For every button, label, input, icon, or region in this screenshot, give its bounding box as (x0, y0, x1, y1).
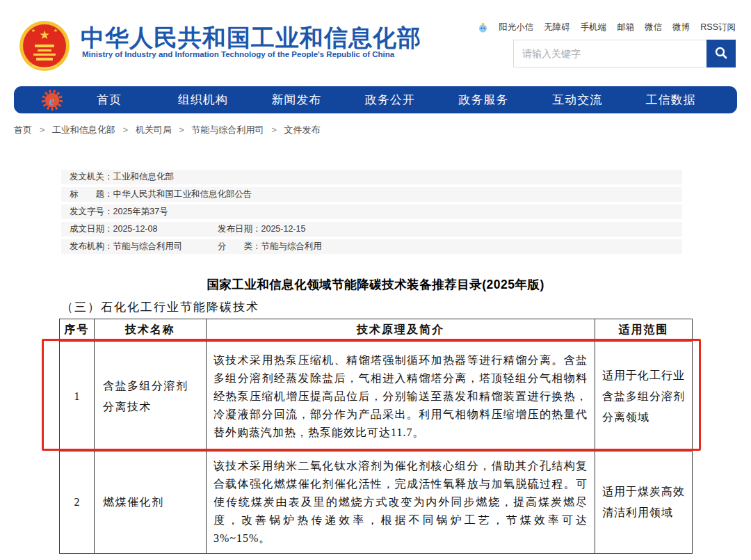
nav-item-news[interactable]: 新闻发布 (250, 92, 344, 108)
table-header-row: 序号 技术名称 技术原理及简介 适用范围 (60, 319, 693, 342)
svg-text:★: ★ (31, 28, 35, 33)
meta-row-document-number: 发文字号：2025年第37号 (61, 205, 682, 219)
breadcrumb-miit[interactable]: 工业和信息化部 (52, 125, 115, 135)
cell-principle: 该技术采用纳米二氧化钛水溶剂为催化剂核心组分，借助其介孔结构复合载体强化燃煤催化… (207, 451, 595, 554)
cell-tech-name: 含盐多组分溶剂分离技术 (95, 342, 207, 451)
cell-scope: 适用于化工行业含盐多组分溶剂分离领域 (595, 342, 693, 451)
svg-text:★: ★ (54, 28, 58, 33)
search-button[interactable] (706, 40, 736, 67)
main-navbar: e 首页 组织机构 新闻发布 政务公开 政务服务 互动交流 工信数据 (14, 86, 737, 113)
meta-value: 中华人民共和国工业和信息化部公告 (113, 189, 252, 199)
quick-link-mail[interactable]: 邮箱 (617, 22, 634, 33)
cell-principle: 该技术采用热泵压缩机、精馏塔强制循环加热器等进行精馏分离。含盐多组分溶剂经蒸发除… (207, 342, 595, 451)
nav-items: 首页 组织机构 新闻发布 政务公开 政务服务 互动交流 工信数据 (63, 92, 718, 108)
nav-item-gov-disclosure[interactable]: 政务公开 (344, 92, 437, 108)
miit-gear-logo-icon[interactable]: e (42, 90, 63, 111)
meta-row-dates: 成文日期：2025-12-08 发布日期：2025-12-15 (61, 222, 682, 237)
meta-value: 2025年第37号 (113, 207, 168, 216)
table-row-salt-solvent-separation: 1 含盐多组分溶剂分离技术 该技术采用热泵压缩机、精馏塔强制循环加热器等进行精馏… (60, 342, 693, 451)
meta-label: 成文日期： (70, 224, 113, 234)
meta-label: 发布机构： (70, 241, 113, 251)
meta-value: 2025-12-15 (261, 224, 306, 234)
meta-label: 发文机关： (70, 172, 113, 182)
meta-value: 节能与综合利用司 (113, 241, 183, 251)
meta-row-publisher-category: 发布机构：节能与综合利用司 分 类：节能与综合利用 (61, 239, 682, 254)
nav-item-gov-services[interactable]: 政务服务 (437, 92, 531, 108)
meta-label: 标 题： (70, 189, 113, 199)
cell-serial: 2 (60, 451, 95, 554)
breadcrumb-energy-dept[interactable]: 节能与综合利用司 (192, 125, 264, 135)
meta-label: 发布日期： (218, 224, 261, 234)
nav-item-miit-data[interactable]: 工信数据 (624, 92, 718, 108)
section-heading: （三）石化化工行业节能降碳技术 (61, 299, 259, 315)
nav-item-home[interactable]: 首页 (63, 92, 156, 108)
quick-link-accessibility[interactable]: 无障碍 (544, 22, 570, 33)
meta-label: 分 类： (218, 241, 261, 251)
search-input[interactable] (514, 40, 706, 67)
meta-value: 节能与综合利用 (261, 241, 323, 251)
svg-text:★: ★ (39, 29, 49, 42)
meta-label: 发文字号： (70, 207, 113, 216)
nav-item-interaction[interactable]: 互动交流 (531, 92, 624, 108)
meta-field-publish-date: 发布日期：2025-12-15 (218, 222, 305, 237)
nav-item-organization[interactable]: 组织机构 (156, 92, 250, 108)
national-emblem-icon: ★ ★ ★ (17, 19, 72, 72)
meta-value: 工业和信息化部 (113, 172, 175, 182)
quick-links-bar: 阳光小信 无障碍 手机端 邮箱 微信 微博 RSS订阅 (478, 22, 736, 33)
breadcrumb-document-release[interactable]: 文件发布 (284, 125, 320, 135)
masthead-home-link[interactable]: ★ ★ ★ 中华人民共和国工业和信息化部 Ministry of Industr… (17, 18, 406, 74)
site-subtitle: Ministry of Industry and Information Tec… (82, 50, 394, 58)
meta-field-category: 分 类：节能与综合利用 (218, 239, 322, 254)
document-meta-table: 发文机关：工业和信息化部 标 题：中华人民共和国工业和信息化部公告 发文字号：2… (61, 170, 682, 257)
breadcrumb-home[interactable]: 首页 (14, 125, 32, 135)
column-header-tech-name: 技术名称 (95, 319, 207, 342)
quick-link-weibo[interactable]: 微博 (672, 22, 690, 33)
cell-scope: 适用于煤炭高效清洁利用领域 (595, 451, 693, 554)
meta-value: 2025-12-08 (113, 224, 158, 234)
breadcrumb: 首页 > 工业和信息化部 > 机关司局 > 节能与综合利用司 > 文件发布 (14, 124, 320, 136)
breadcrumb-separator: > (40, 125, 45, 135)
quick-link-mobile[interactable]: 手机端 (581, 22, 607, 33)
meta-row-issuing-authority: 发文机关：工业和信息化部 (61, 170, 682, 184)
column-header-serial: 序号 (60, 319, 95, 342)
meta-row-title: 标 题：中华人民共和国工业和信息化部公告 (61, 187, 682, 202)
breadcrumb-separator: > (122, 125, 128, 135)
breadcrumb-departments[interactable]: 机关司局 (136, 125, 172, 135)
search-box (513, 40, 736, 67)
column-header-scope: 适用范围 (595, 319, 693, 342)
breadcrumb-separator: > (271, 125, 277, 135)
quick-link-wechat[interactable]: 微信 (645, 22, 662, 33)
table-row-coal-catalyst: 2 燃煤催化剂 该技术采用纳米二氧化钛水溶剂为催化剂核心组分，借助其介孔结构复合… (60, 451, 693, 554)
sunshine-xiaoxin-icon (478, 22, 488, 33)
cell-serial: 1 (60, 342, 95, 451)
catalog-title: 国家工业和信息化领域节能降碳技术装备推荐目录(2025年版) (59, 276, 692, 293)
quick-link-yangguangxiaoxin[interactable]: 阳光小信 (499, 22, 533, 33)
breadcrumb-separator: > (179, 125, 184, 135)
column-header-principle: 技术原理及简介 (207, 319, 595, 342)
technology-table: 序号 技术名称 技术原理及简介 适用范围 1 含盐多组分溶剂分离技术 该技术采用… (59, 319, 693, 554)
search-icon (714, 46, 728, 62)
cell-tech-name: 燃煤催化剂 (95, 451, 207, 554)
quick-link-rss[interactable]: RSS订阅 (700, 22, 736, 33)
svg-text:e: e (49, 93, 55, 107)
